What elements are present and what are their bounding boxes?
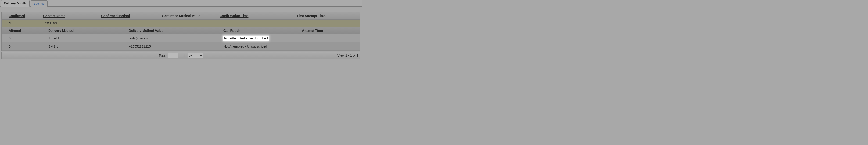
- col-first-attempt-time[interactable]: First Attempt Time: [296, 14, 358, 18]
- delivery-details-grid: Confirmed Contact Name Confirmed Method …: [1, 12, 361, 51]
- table-row[interactable]: 0 Email 1 test@mail.com Not Attempted - …: [2, 34, 360, 42]
- cell-attempt: 0: [8, 45, 48, 48]
- page-size-select[interactable]: 25: [188, 53, 203, 58]
- cell-delivery-method-value: test@mail.com: [128, 36, 222, 40]
- pager: Page of 1 25 View 1 - 1 of 1: [1, 52, 361, 59]
- cell-confirmed: N: [8, 21, 42, 25]
- tab-label: Delivery Details: [4, 2, 27, 5]
- inner-header-row: Attempt Delivery Method Delivery Method …: [2, 27, 360, 34]
- col-label: Confirmed Method Value: [162, 14, 200, 18]
- outer-header-row: Confirmed Contact Name Confirmed Method …: [2, 12, 360, 20]
- tab-delivery-details[interactable]: Delivery Details: [1, 0, 30, 6]
- col-label: Delivery Method: [49, 29, 73, 32]
- table-row[interactable]: – N Test User: [2, 20, 360, 27]
- tab-label: Settings: [34, 2, 44, 5]
- attempts-subgrid: Attempt Delivery Method Delivery Method …: [2, 27, 360, 51]
- col-label: Confirmed Method: [101, 14, 130, 18]
- col-delivery-method[interactable]: Delivery Method: [48, 29, 128, 32]
- col-confirmed-method[interactable]: Confirmed Method: [100, 14, 161, 18]
- col-label: Contact Name: [43, 14, 65, 18]
- page-number-input[interactable]: [168, 53, 178, 58]
- page-label: Page: [159, 54, 167, 58]
- page-of-label: of 1: [180, 54, 185, 58]
- cell-attempt: 0: [8, 36, 48, 40]
- col-label: First Attempt Time: [297, 14, 326, 18]
- resize-corner-icon: [3, 47, 5, 49]
- col-label: Attempt Time: [302, 29, 323, 32]
- cell-delivery-method-value: +15552131225: [128, 45, 222, 48]
- svg-line-0: [3, 47, 5, 49]
- tab-settings[interactable]: Settings: [31, 0, 48, 6]
- row-expander[interactable]: –: [2, 21, 8, 25]
- col-attempt[interactable]: Attempt: [8, 29, 48, 32]
- cell-delivery-method: Email 1: [48, 36, 128, 40]
- col-label: Confirmed: [9, 14, 25, 18]
- cell-call-result: Not Attempted - Unsubscribed: [222, 36, 301, 41]
- col-call-result[interactable]: Call Result: [222, 29, 301, 32]
- col-label: Delivery Method Value: [129, 29, 164, 32]
- highlighted-result: Not Attempted - Unsubscribed: [223, 36, 269, 41]
- cell-call-result: Not Attempted - Unsubscribed: [222, 45, 301, 48]
- col-confirmed-method-value[interactable]: Confirmed Method Value: [161, 14, 219, 18]
- view-range-label: View 1 - 1 of 1: [338, 53, 358, 57]
- minus-icon: –: [4, 21, 6, 25]
- col-label: Attempt: [9, 29, 21, 32]
- col-confirmed[interactable]: Confirmed: [8, 14, 42, 18]
- col-label: Call Result: [223, 29, 240, 32]
- col-attempt-time[interactable]: Attempt Time: [301, 29, 357, 32]
- col-contact-name[interactable]: Contact Name: [42, 14, 100, 18]
- col-confirmation-time[interactable]: Confirmation Time: [219, 14, 296, 18]
- cell-contact-name: Test User: [42, 21, 100, 25]
- col-delivery-method-value[interactable]: Delivery Method Value: [128, 29, 222, 32]
- col-label: Confirmation Time: [220, 14, 248, 18]
- table-row[interactable]: 0 SMS 1 +15552131225 Not Attempted - Uns…: [2, 42, 360, 51]
- tab-bar: Delivery Details Settings: [0, 0, 362, 6]
- cell-delivery-method: SMS 1: [48, 45, 128, 48]
